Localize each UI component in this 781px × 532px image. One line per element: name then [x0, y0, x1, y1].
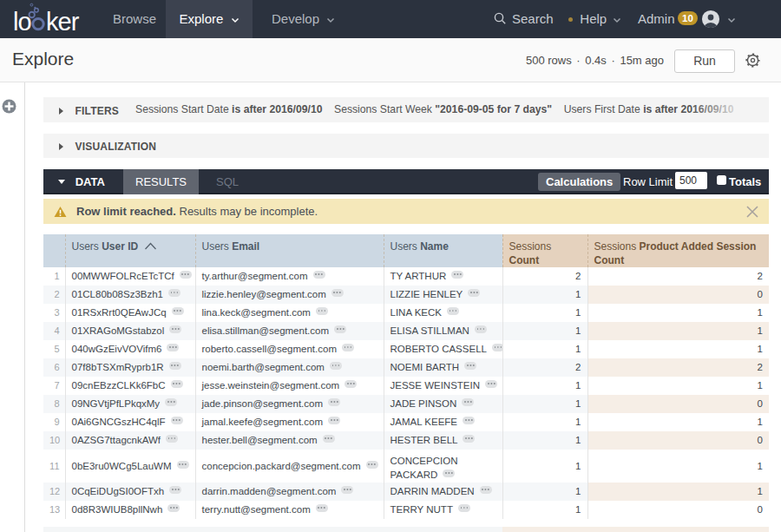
svg-text:ker: ker — [46, 8, 80, 36]
svg-text:lo: lo — [13, 8, 31, 36]
